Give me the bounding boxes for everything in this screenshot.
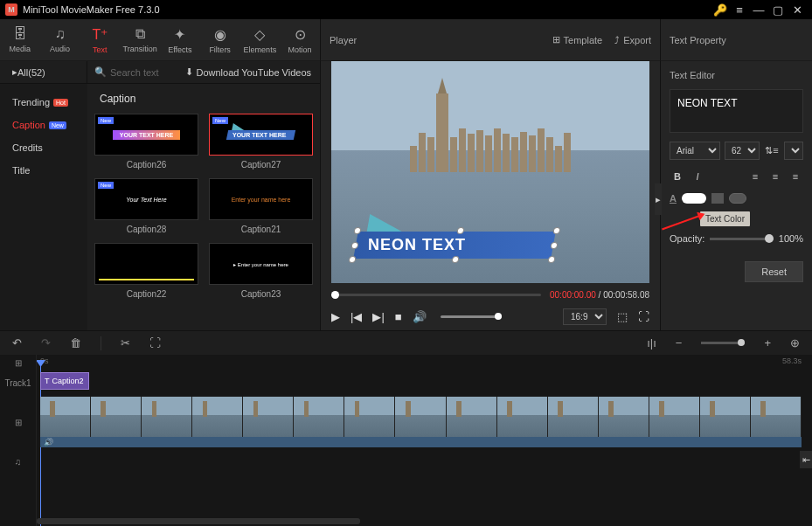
bold-button[interactable]: B (670, 169, 685, 184)
next-frame-button[interactable]: ▶| (372, 310, 384, 323)
caption-thumb[interactable]: Caption22 (94, 243, 198, 299)
text-overlay[interactable]: NEON TEXT (353, 232, 555, 259)
line-spacing-select[interactable] (784, 142, 803, 160)
redo-button[interactable]: ↷ (41, 336, 51, 350)
text-color-tooltip: Text Color (700, 211, 750, 226)
seek-bar[interactable] (331, 294, 541, 296)
prev-frame-button[interactable]: |◀ (350, 310, 362, 323)
download-icon: ⬇ (185, 66, 193, 78)
aspect-ratio-select[interactable]: 16:9 (563, 308, 607, 325)
align-right-button[interactable]: ≡ (788, 169, 803, 184)
delete-button[interactable]: 🗑 (70, 336, 81, 350)
caption-thumb[interactable]: Enter your name here Caption21 (209, 178, 313, 234)
caption-thumb[interactable]: NewYour Text Here Caption28 (94, 178, 198, 234)
toolbar-text[interactable]: T⁺Text (80, 19, 121, 60)
timeline: ⊞ Track1 ⊞ ♫ 0s 58.3s TCaption2 🔊 ⇤ (0, 355, 812, 526)
sidebar-item-caption[interactable]: CaptionNew (0, 114, 87, 136)
app-title: MiniTool MovieMaker Free 7.3.0 (23, 4, 711, 15)
text-track[interactable]: TCaption2 (37, 370, 812, 395)
zoom-slider[interactable] (701, 342, 745, 344)
timeline-toolbar: ↶ ↷ 🗑 ✂ ⛶ ı|ı − + ⊕ (0, 330, 812, 355)
cut-button[interactable]: ✂ (121, 336, 130, 350)
font-size-select[interactable]: 62 (725, 142, 760, 160)
crop-button[interactable]: ⛶ (149, 336, 161, 350)
video-track[interactable]: 🔊 (37, 395, 812, 449)
minimize-button[interactable]: — (749, 3, 768, 17)
motion-icon: ⊙ (295, 26, 306, 43)
play-button[interactable]: ▶ (331, 310, 340, 323)
stop-button[interactable]: ■ (395, 310, 402, 323)
undo-button[interactable]: ↶ (12, 336, 22, 350)
toolbar-motion[interactable]: ⊙Motion (280, 19, 320, 60)
text-color-label: A (670, 193, 677, 204)
caption-thumb[interactable]: NewYOUR TEXT HERE Caption26 (94, 114, 198, 170)
sidebar-item-credits[interactable]: Credits (0, 136, 87, 159)
highlight-color-label (711, 193, 724, 204)
caption-thumb[interactable]: ▸ Enter your name here Caption23 (209, 243, 313, 299)
template-button[interactable]: ⊞Template (552, 34, 603, 45)
align-center-button[interactable]: ≡ (767, 169, 783, 184)
maximize-button[interactable]: ▢ (768, 3, 788, 17)
search-icon: 🔍 (94, 66, 107, 78)
fullscreen-button[interactable]: ⛶ (638, 310, 649, 323)
snapshot-button[interactable]: ⬚ (617, 310, 628, 323)
text-color-swatch[interactable] (682, 193, 706, 204)
zoom-in-button[interactable]: + (764, 336, 771, 350)
sidebar-item-trending[interactable]: TrendingHot (0, 91, 87, 114)
title-bar: M MiniTool MovieMaker Free 7.3.0 🔑 ≡ — ▢… (0, 0, 812, 19)
font-family-select[interactable]: Arial (670, 142, 720, 160)
timeline-scrollbar[interactable] (37, 518, 360, 524)
opacity-slider[interactable] (710, 238, 774, 240)
filters-icon: ◉ (214, 26, 226, 43)
music-track-icon: ♫ (0, 449, 36, 474)
highlight-color-swatch[interactable] (729, 193, 746, 204)
volume-slider[interactable] (441, 315, 502, 318)
align-left-button[interactable]: ≡ (747, 169, 763, 184)
menu-icon[interactable]: ≡ (730, 3, 749, 17)
music-track[interactable] (37, 449, 812, 474)
text-icon: T⁺ (92, 26, 108, 43)
volume-icon[interactable]: 🔊 (413, 310, 427, 323)
export-button[interactable]: ⤴Export (614, 34, 651, 45)
toolbar-transition[interactable]: ⧉Transition (120, 19, 160, 60)
caption-thumb[interactable]: NewYOUR TEXT HERE Caption27 (209, 114, 313, 170)
video-clip[interactable] (40, 397, 802, 437)
toolbar-elements[interactable]: ◇Elements (240, 19, 281, 60)
toolbar-media[interactable]: 🗄Media (0, 19, 40, 60)
search-input[interactable]: 🔍Search text (87, 66, 177, 78)
timeline-collapse-toggle[interactable]: ⇤ (800, 451, 812, 468)
download-youtube-button[interactable]: ⬇Download YouTube Videos (177, 66, 321, 78)
annotation-arrow (662, 214, 704, 231)
audio-track-icon[interactable]: ı|ı (647, 336, 656, 350)
caption-clip[interactable]: TCaption2 (40, 372, 89, 390)
license-key-icon[interactable]: 🔑 (711, 3, 730, 17)
italic-button[interactable]: I (690, 169, 705, 184)
reset-button[interactable]: Reset (745, 261, 803, 282)
toolbar-filters[interactable]: ◉Filters (200, 19, 240, 60)
app-logo: M (5, 3, 17, 16)
speaker-icon: 🔊 (44, 438, 53, 446)
export-icon: ⤴ (614, 35, 620, 45)
sidebar-item-title[interactable]: Title (0, 159, 87, 182)
grid-title: Caption (100, 93, 313, 105)
property-title: Text Property (670, 35, 726, 45)
property-header: Text Property (661, 19, 812, 61)
timeline-ruler[interactable]: 0s 58.3s (37, 355, 812, 370)
property-subtitle: Text Editor (670, 70, 803, 80)
text-content-input[interactable]: NEON TEXT (670, 89, 803, 133)
audio-clip[interactable]: 🔊 (40, 437, 802, 447)
property-panel: Text Editor NEON TEXT Arial 62 ⇅≡ B I ≡ … (661, 61, 812, 330)
add-track-button[interactable]: ⊞ (0, 355, 36, 370)
zoom-fit-button[interactable]: ⊕ (790, 336, 800, 350)
opacity-label: Opacity: (670, 233, 704, 244)
toolbar-effects[interactable]: ✦Effects (160, 19, 200, 60)
panel-collapse-toggle[interactable]: ▸ (655, 183, 662, 215)
media-count[interactable]: ▸ All(52) (0, 61, 87, 83)
line-spacing-icon[interactable]: ⇅≡ (764, 143, 780, 159)
player-header: Player ⊞Template ⤴Export (320, 19, 661, 61)
category-sidebar: TrendingHot CaptionNew Credits Title (0, 84, 87, 330)
close-button[interactable]: ✕ (788, 3, 807, 17)
toolbar-audio[interactable]: ♫Audio (40, 19, 80, 60)
video-preview[interactable]: NEON TEXT (331, 61, 649, 283)
zoom-out-button[interactable]: − (676, 336, 683, 350)
